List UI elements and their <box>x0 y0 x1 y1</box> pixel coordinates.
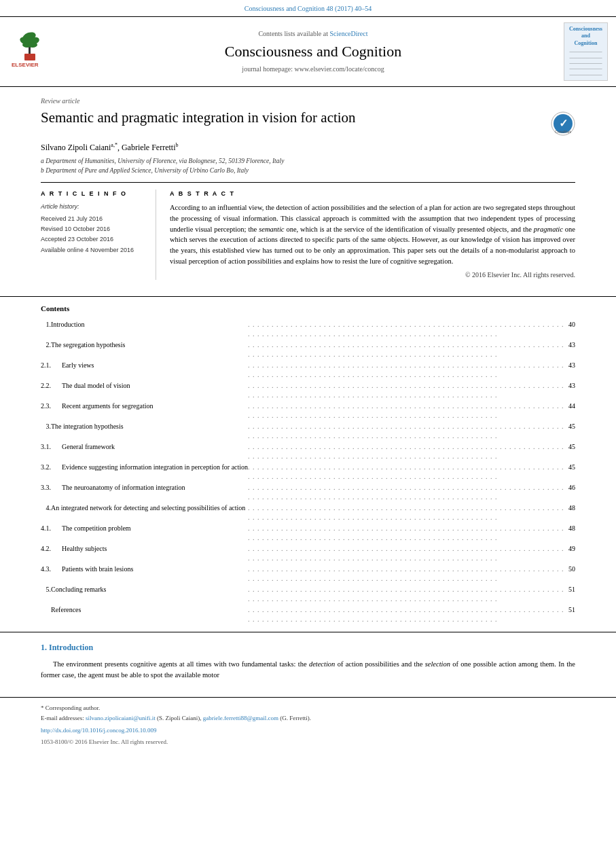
toc-number: 4.1. <box>41 523 51 543</box>
toc-dots: . . . . . . . . . . . . . . . . . . . . … <box>248 360 566 380</box>
toc-page-number: 45 <box>566 462 575 482</box>
toc-page-number: 43 <box>566 340 575 360</box>
copyright-line: © 2016 Elsevier Inc. All rights reserved… <box>170 270 575 280</box>
abstract-column: A B S T R A C T According to an influent… <box>170 190 575 279</box>
toc-dots: . . . . . . . . . . . . . . . . . . . . … <box>248 543 566 564</box>
toc-page-number: 48 <box>566 503 575 523</box>
toc-dots: . . . . . . . . . . . . . . . . . . . . … <box>248 401 566 421</box>
divider-line <box>41 182 575 183</box>
header-center: Contents lists available at ScienceDirec… <box>62 29 564 74</box>
toc-label: General framework <box>51 442 248 462</box>
toc-label: The competition problem <box>51 523 248 543</box>
journal-title: Consciousness and Cognition <box>62 41 564 62</box>
toc-dots: . . . . . . . . . . . . . . . . . . . . … <box>248 564 566 584</box>
footer-issn: 1053-8100/© 2016 Elsevier Inc. All right… <box>41 738 575 747</box>
toc-label: Patients with brain lesions <box>51 564 248 584</box>
email2-link[interactable]: gabriele.ferretti88@gmail.com <box>203 715 278 721</box>
toc-dots: . . . . . . . . . . . . . . . . . . . . … <box>248 421 566 442</box>
toc-dots: . . . . . . . . . . . . . . . . . . . . … <box>248 442 566 462</box>
email1-paren: (S. Zipoli Caiani), <box>156 715 203 721</box>
toc-label: The segregation hypothesis <box>51 340 248 360</box>
toc-row: 3.1.General framework . . . . . . . . . … <box>41 442 575 462</box>
toc-number: 1. <box>41 319 51 340</box>
toc-number: 4. <box>41 503 51 523</box>
toc-row: 4.3.Patients with brain lesions . . . . … <box>41 564 575 584</box>
toc-page-number: 51 <box>566 584 575 605</box>
affiliations: a Department of Humanities, University o… <box>41 156 575 176</box>
toc-row: 5.Concluding remarks . . . . . . . . . .… <box>41 584 575 605</box>
toc-number: 2.2. <box>41 380 51 401</box>
author1-name: Silvano Zipoli Caiani <box>41 143 111 152</box>
article-dates: Received 21 July 2016 Revised 10 October… <box>41 214 146 255</box>
citation-text: Consciousness and Cognition 48 (2017) 40… <box>244 5 372 12</box>
svg-rect-6 <box>24 54 35 60</box>
abstract-pragmatic-em: pragmatic <box>534 226 563 233</box>
toc-number: 4.3. <box>41 564 51 584</box>
journal-homepage: journal homepage: www.elsevier.com/locat… <box>62 65 564 74</box>
abstract-heading: A B S T R A C T <box>170 190 575 198</box>
author2-name: Gabriele Ferretti <box>122 143 176 152</box>
toc-dots: . . . . . . . . . . . . . . . . . . . . … <box>248 584 566 605</box>
abstract-semantic-em: semantic <box>259 226 284 233</box>
toc-label: The dual model of vision <box>51 380 248 401</box>
two-column-layout: A R T I C L E I N F O Article history: R… <box>41 190 575 279</box>
toc-row: 2.1.Early views . . . . . . . . . . . . … <box>41 360 575 380</box>
footer-emails: E-mail addresses: silvano.zipolicaiani@u… <box>41 713 575 723</box>
toc-dots: . . . . . . . . . . . . . . . . . . . . … <box>248 482 566 503</box>
author1-sup: a,* <box>111 142 117 148</box>
sciencedirect-link[interactable]: ScienceDirect <box>329 30 367 37</box>
contents-available: Contents lists available at ScienceDirec… <box>62 29 564 39</box>
toc-row: 3.The integration hypothesis . . . . . .… <box>41 421 575 442</box>
toc-row: References . . . . . . . . . . . . . . .… <box>41 605 575 625</box>
svg-text:ELSEVIER: ELSEVIER <box>12 62 39 68</box>
abstract-text: According to an influential view, the de… <box>170 202 575 280</box>
toc-page-number: 46 <box>566 482 575 503</box>
toc-dots: . . . . . . . . . . . . . . . . . . . . … <box>248 319 566 340</box>
toc-label: The integration hypothesis <box>51 421 248 442</box>
toc-row: 2.The segregation hypothesis . . . . . .… <box>41 340 575 360</box>
contents-heading: Contents <box>41 304 575 314</box>
intro-heading: 1. Introduction <box>41 642 575 654</box>
toc-number: 3.3. <box>41 482 51 503</box>
footer-doi: http://dx.doi.org/10.1016/j.concog.2016.… <box>41 726 575 735</box>
toc-label: Early views <box>51 360 248 380</box>
toc-number <box>41 605 51 625</box>
journal-thumbnail: ConsciousnessandCognition ———————— —————… <box>564 22 608 81</box>
affiliation-b: b Department of Pure and Applied Science… <box>41 166 575 175</box>
toc-page-number: 50 <box>566 564 575 584</box>
doi-link[interactable]: http://dx.doi.org/10.1016/j.concog.2016.… <box>41 727 157 734</box>
journal-thumb-detail: ———————— ———————— ———————— ———————— ————… <box>567 49 604 77</box>
toc-label: Healthy subjects <box>51 543 248 564</box>
toc-label: The neuroanatomy of information integrat… <box>51 482 248 503</box>
toc-page-number: 51 <box>566 605 575 625</box>
email-label: E-mail addresses: <box>41 715 84 721</box>
contents-section: Contents 1.Introduction . . . . . . . . … <box>0 296 616 632</box>
toc-page-number: 49 <box>566 543 575 564</box>
toc-number: 2. <box>41 340 51 360</box>
affiliation-a: a Department of Humanities, University o… <box>41 156 575 166</box>
email1-link[interactable]: silvano.zipolicaiani@unifi.it <box>86 715 156 721</box>
toc-dots: . . . . . . . . . . . . . . . . . . . . … <box>248 340 566 360</box>
toc-page-number: 40 <box>566 319 575 340</box>
toc-page-number: 48 <box>566 523 575 543</box>
article-main-title: Semantic and pragmatic integration in vi… <box>41 109 544 127</box>
toc-number: 2.1. <box>41 360 51 380</box>
toc-label: References <box>51 605 248 625</box>
toc-dots: . . . . . . . . . . . . . . . . . . . . … <box>248 605 566 625</box>
toc-page-number: 43 <box>566 360 575 380</box>
article-title-row: Semantic and pragmatic integration in vi… <box>41 109 575 136</box>
citation-bar: Consciousness and Cognition 48 (2017) 40… <box>0 0 616 16</box>
toc-page-number: 45 <box>566 421 575 442</box>
toc-label: Evidence suggesting information integrat… <box>51 462 248 482</box>
article-history-label: Article history: <box>41 202 146 211</box>
toc-row: 3.3.The neuroanatomy of information inte… <box>41 482 575 503</box>
toc-number: 5. <box>41 584 51 605</box>
toc-page-number: 45 <box>566 442 575 462</box>
page: Consciousness and Cognition 48 (2017) 40… <box>0 0 616 841</box>
svg-point-5 <box>28 42 37 48</box>
article-section: Review article Semantic and pragmatic in… <box>0 87 616 293</box>
toc-dots: . . . . . . . . . . . . . . . . . . . . … <box>248 523 566 543</box>
toc-row: 2.2.The dual model of vision . . . . . .… <box>41 380 575 401</box>
toc-label: Recent arguments for segregation <box>51 401 248 421</box>
toc-row: 3.2.Evidence suggesting information inte… <box>41 462 575 482</box>
